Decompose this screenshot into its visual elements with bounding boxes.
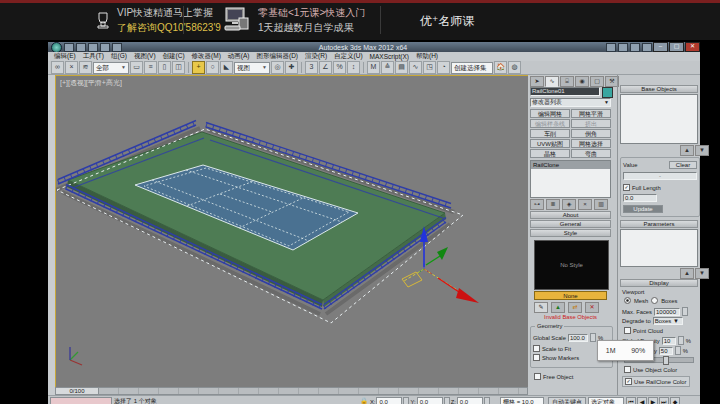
modifier-stack[interactable]: RailClone bbox=[530, 160, 611, 198]
rollout-style[interactable]: Style bbox=[530, 229, 611, 237]
mirror-icon[interactable]: M bbox=[367, 61, 380, 74]
pin-stack-icon[interactable]: ⊶ bbox=[530, 199, 544, 210]
menu-create[interactable]: 创建(C) bbox=[163, 52, 185, 61]
banner-left-sub[interactable]: 了解咨询QQ10'58623'9 bbox=[117, 21, 221, 35]
hierarchy-tab-icon[interactable]: ⌸ bbox=[560, 76, 574, 87]
length-field[interactable]: 0.0 bbox=[623, 194, 657, 202]
global-density-spinner[interactable] bbox=[678, 336, 684, 345]
show-markers-checkbox[interactable] bbox=[533, 354, 540, 361]
x-spinner[interactable] bbox=[403, 397, 409, 404]
perspective-viewport[interactable]: [+][透视][平滑+高光] bbox=[55, 75, 530, 388]
param-up-icon[interactable]: ▲ bbox=[680, 268, 694, 279]
menu-modifiers[interactable]: 修改器(M) bbox=[192, 52, 221, 61]
use-object-color-checkbox[interactable] bbox=[624, 366, 631, 373]
modify-tab-icon[interactable]: ∿ bbox=[545, 76, 559, 87]
auto-key-button[interactable]: 自动关键点 bbox=[548, 397, 586, 404]
base-objects-list[interactable] bbox=[620, 94, 698, 144]
degrade-dropdown[interactable]: Boxes ▼ bbox=[653, 317, 683, 325]
swap-style-icon[interactable]: ⇄ bbox=[568, 302, 582, 313]
menu-group[interactable]: 组(G) bbox=[111, 52, 127, 61]
clear-button[interactable]: Clear bbox=[669, 161, 697, 169]
modifier-list-dropdown[interactable]: 修改器列表▼ bbox=[530, 98, 611, 107]
maximize-button[interactable]: ▢ bbox=[669, 42, 684, 52]
app-button[interactable] bbox=[51, 42, 62, 53]
unlink-icon[interactable]: × bbox=[65, 61, 78, 74]
select-and-scale-icon[interactable]: ◣ bbox=[220, 61, 233, 74]
close-button[interactable]: ✕ bbox=[685, 42, 700, 52]
local-density-field[interactable]: 50 bbox=[659, 347, 673, 355]
time-slider[interactable]: 0/100 bbox=[56, 388, 99, 394]
modifier-button-7[interactable]: 网格选择 bbox=[571, 139, 611, 148]
render-setup-icon[interactable]: 🏠 bbox=[494, 61, 507, 74]
move-down-icon[interactable]: ▼ bbox=[695, 145, 709, 156]
save-icon[interactable] bbox=[88, 43, 98, 52]
select-and-manipulate-icon[interactable]: ✚ bbox=[285, 61, 298, 74]
rollout-general[interactable]: General bbox=[530, 220, 611, 228]
render-icon[interactable]: ◍ bbox=[508, 61, 521, 74]
delete-style-icon[interactable]: ✕ bbox=[585, 302, 599, 313]
selection-filter-dropdown[interactable]: 全部▼ bbox=[93, 62, 129, 74]
param-down-icon[interactable]: ▼ bbox=[695, 268, 709, 279]
object-name-field[interactable]: RailClone01 bbox=[530, 87, 600, 96]
update-button[interactable]: Update bbox=[623, 205, 663, 213]
search-icon[interactable] bbox=[606, 43, 616, 52]
make-unique-icon[interactable]: ◈ bbox=[562, 199, 576, 210]
max-faces-spinner[interactable] bbox=[682, 307, 688, 316]
value-field[interactable]: - bbox=[623, 172, 697, 180]
y-coordinate-field[interactable]: 0.0 bbox=[417, 397, 443, 404]
rectangular-region-icon[interactable]: ▯ bbox=[158, 61, 171, 74]
key-toggle-icon[interactable]: ◆ bbox=[670, 397, 680, 404]
mesh-radio[interactable] bbox=[624, 297, 631, 304]
timeline-track[interactable] bbox=[99, 388, 527, 394]
layer-manager-icon[interactable]: ▤ bbox=[395, 61, 408, 74]
schematic-view-icon[interactable]: ◳ bbox=[423, 61, 436, 74]
percent-snap-icon[interactable]: % bbox=[333, 61, 346, 74]
key-mode-dropdown[interactable]: 选定对象 bbox=[588, 397, 624, 404]
rollout-parameters[interactable]: Parameters bbox=[620, 220, 698, 228]
parameters-list[interactable] bbox=[620, 229, 698, 267]
select-object-icon[interactable]: ▭ bbox=[130, 61, 143, 74]
show-end-result-icon[interactable]: ≣ bbox=[546, 199, 560, 210]
object-color-swatch[interactable] bbox=[602, 87, 613, 98]
minimize-button[interactable]: – bbox=[653, 42, 668, 52]
menu-tools[interactable]: 工具(T) bbox=[83, 52, 104, 61]
edit-style-icon[interactable]: ✎ bbox=[534, 302, 548, 313]
style-none-button[interactable]: None bbox=[534, 291, 607, 300]
modifier-button-5[interactable]: 倒角 bbox=[571, 129, 611, 138]
point-cloud-checkbox[interactable] bbox=[624, 327, 631, 334]
reference-coordinate-dropdown[interactable]: 视图▼ bbox=[234, 62, 270, 74]
modifier-button-6[interactable]: UVW贴图 bbox=[530, 139, 570, 148]
full-length-checkbox[interactable]: ✓ bbox=[623, 184, 630, 191]
z-spinner[interactable] bbox=[484, 397, 490, 404]
load-style-icon[interactable]: ▲ bbox=[551, 302, 565, 313]
configure-sets-icon[interactable]: ▥ bbox=[594, 199, 608, 210]
undo-icon[interactable] bbox=[100, 43, 110, 52]
create-tab-icon[interactable]: ➤ bbox=[530, 76, 544, 87]
y-spinner[interactable] bbox=[444, 397, 450, 404]
modifier-button-4[interactable]: 车削 bbox=[530, 129, 570, 138]
global-density-field[interactable]: 10 bbox=[662, 337, 676, 345]
menu-rendering[interactable]: 渲染(R) bbox=[305, 52, 327, 61]
snap-toggle-icon[interactable]: 3 bbox=[305, 61, 318, 74]
motion-tab-icon[interactable]: ◉ bbox=[575, 76, 589, 87]
z-coordinate-field[interactable]: 0.0 bbox=[457, 397, 483, 404]
prev-frame-icon[interactable]: ◀ bbox=[637, 397, 647, 404]
maxscript-mini-listener-pink[interactable] bbox=[50, 397, 112, 404]
local-density-spinner[interactable] bbox=[675, 346, 681, 355]
menu-views[interactable]: 视图(V) bbox=[134, 52, 156, 61]
curve-editor-icon[interactable]: ∿ bbox=[409, 61, 422, 74]
open-icon[interactable] bbox=[76, 43, 86, 52]
material-editor-icon[interactable]: ◔ bbox=[437, 61, 450, 74]
modifier-button-3[interactable]: 挤出 bbox=[571, 119, 611, 128]
menu-edit[interactable]: 编辑(E) bbox=[54, 52, 76, 61]
menu-help[interactable]: 帮助(H) bbox=[416, 52, 438, 61]
select-and-rotate-icon[interactable]: ○ bbox=[206, 61, 219, 74]
use-railclone-color-checkbox[interactable]: ✓ bbox=[625, 378, 632, 385]
scale-to-fit-checkbox[interactable] bbox=[533, 345, 540, 352]
banner-right-text[interactable]: 优⁺名师课 bbox=[420, 13, 474, 30]
stack-item-selected[interactable]: RailClone bbox=[531, 161, 610, 169]
select-by-name-icon[interactable]: ≡ bbox=[144, 61, 157, 74]
modifier-button-0[interactable]: 编辑网格 bbox=[530, 109, 570, 118]
angle-snap-icon[interactable]: ∠ bbox=[319, 61, 332, 74]
move-up-icon[interactable]: ▲ bbox=[680, 145, 694, 156]
